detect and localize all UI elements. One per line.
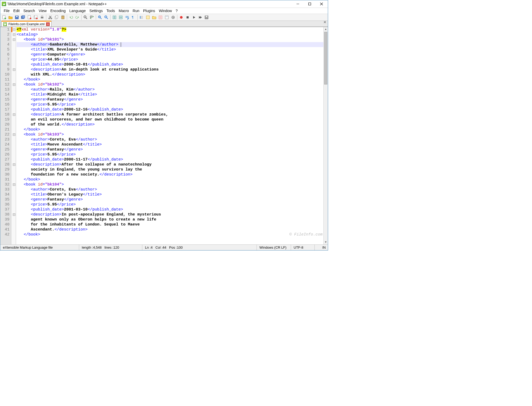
code-line[interactable]: <author>Gambardella, Matthew</author> [17, 42, 323, 47]
toolbar-zoom-in[interactable] [97, 14, 103, 20]
toolbar-close-all[interactable] [33, 14, 39, 20]
code-line[interactable]: <publish_date>2001-03-10</publish_date> [17, 207, 323, 212]
toolbar-record-macro[interactable] [178, 14, 184, 20]
fold-toggle-icon[interactable]: − [13, 213, 15, 216]
toolbar-sync-v[interactable] [112, 14, 117, 20]
menu-search[interactable]: Search [22, 8, 37, 13]
fold-cell[interactable]: − [12, 32, 16, 37]
code-line[interactable]: <author>Corets, Eva</author> [17, 187, 323, 192]
toolbar-paste[interactable] [60, 14, 66, 20]
menu-file[interactable]: File [2, 8, 12, 13]
mdi-close-button[interactable]: × [323, 19, 326, 25]
code-line[interactable]: <description>After the collapse of a nan… [17, 162, 323, 167]
toolbar-save-all[interactable] [20, 14, 26, 20]
code-line[interactable]: <book id="bk101"> [17, 37, 323, 42]
code-line[interactable]: <price>5.95</price> [17, 152, 323, 157]
code-line[interactable]: <?xml version="1.0"?> [17, 27, 323, 32]
menu-encoding[interactable]: Encoding [48, 8, 67, 13]
code-line[interactable]: <title>Oberon's Legacy</title> [17, 192, 323, 197]
code-line[interactable]: </book> [17, 232, 323, 237]
code-line[interactable]: <book id="bk104"> [17, 182, 323, 187]
status-encoding[interactable]: UTF-8 [291, 245, 315, 250]
menu-view[interactable]: View [37, 8, 48, 13]
fold-toggle-icon[interactable]: − [13, 133, 15, 136]
code-line[interactable]: </book> [17, 77, 323, 82]
status-ins-mode[interactable]: IN [315, 245, 328, 250]
code-line[interactable]: an evil sorceress, and her own childhood… [17, 117, 323, 122]
scroll-thumb[interactable] [324, 32, 327, 84]
code-line[interactable]: </book> [17, 177, 323, 182]
toolbar-copy[interactable] [54, 14, 59, 20]
fold-cell[interactable]: − [12, 162, 16, 167]
code-line[interactable]: agent known only as Oberon helps to crea… [17, 217, 323, 222]
code-line[interactable]: <price>5.95</price> [17, 102, 323, 107]
code-line[interactable]: <description>In post-apocalypse England,… [17, 212, 323, 217]
tab-close-button[interactable]: × [46, 22, 50, 26]
code-line[interactable]: <author>Corets, Eva</author> [17, 137, 323, 142]
code-line[interactable]: <publish_date>2000-12-16</publish_date> [17, 107, 323, 112]
toolbar-zoom-out[interactable] [103, 14, 109, 20]
menu-macro[interactable]: Macro [117, 8, 131, 13]
menu-plugins[interactable]: Plugins [141, 8, 157, 13]
code-line[interactable]: <price>44.95</price> [17, 57, 323, 62]
toolbar-sync-h[interactable] [118, 14, 124, 20]
scroll-up-arrow[interactable]: ▲ [324, 27, 328, 32]
toolbar-monitor[interactable] [170, 14, 176, 20]
maximize-button[interactable] [304, 0, 315, 8]
toolbar-save[interactable] [14, 14, 20, 20]
code-line[interactable]: for the inhabitants of London. Sequel to… [17, 222, 323, 227]
code-line[interactable]: foundation for a new society.</descripti… [17, 172, 323, 177]
code-line[interactable]: <price>5.95</price> [17, 202, 323, 207]
fold-cell[interactable]: − [12, 82, 16, 87]
toolbar-stop-macro[interactable] [185, 14, 190, 20]
toolbar-undo[interactable] [68, 14, 74, 20]
toolbar-cut[interactable] [47, 14, 53, 20]
toolbar-save-macro[interactable] [204, 14, 209, 20]
toolbar-word-wrap[interactable] [124, 14, 130, 20]
code-line[interactable]: <book id="bk102"> [17, 82, 323, 87]
toolbar-find[interactable] [83, 14, 88, 20]
tab-active[interactable]: FileInfo.com Example.xml × [1, 21, 52, 27]
toolbar-open-file[interactable] [8, 14, 13, 20]
menu-run[interactable]: Run [131, 8, 141, 13]
toolbar-show-all-chars[interactable]: ¶ [131, 14, 136, 20]
code-line[interactable]: <publish_date>2000-10-01</publish_date> [17, 62, 323, 67]
menu-edit[interactable]: Edit [12, 8, 22, 13]
fold-toggle-icon[interactable]: − [13, 163, 15, 166]
code-line[interactable]: <book id="bk103"> [17, 132, 323, 137]
scroll-down-arrow[interactable]: ▼ [324, 240, 328, 244]
toolbar-play-macro[interactable] [191, 14, 197, 20]
status-eol[interactable]: Windows (CR LF) [257, 245, 291, 250]
toolbar-indent-guide[interactable] [139, 14, 144, 20]
code-line[interactable]: <title>XML Developer's Guide</title> [17, 47, 323, 52]
fold-toggle-icon[interactable]: − [13, 38, 15, 41]
toolbar-doc-map[interactable] [164, 14, 170, 20]
fold-toggle-icon[interactable]: − [13, 183, 15, 186]
code-line[interactable]: <genre>Fantasy</genre> [17, 197, 323, 202]
code-line[interactable]: <genre>Fantasy</genre> [17, 97, 323, 102]
menu-tools[interactable]: Tools [104, 8, 117, 13]
toolbar-folder-doc[interactable] [151, 14, 157, 20]
toolbar-lang-user[interactable] [145, 14, 151, 20]
fold-column[interactable]: −−−−−−−−−− [12, 27, 16, 244]
toolbar-print[interactable] [39, 14, 45, 20]
editor[interactable]: 1234567891011121314151617181920212223242… [0, 27, 328, 244]
toolbar-close[interactable] [27, 14, 32, 20]
close-button[interactable] [315, 0, 327, 8]
menu-language[interactable]: Language [68, 8, 88, 13]
code-line[interactable]: Ascendant.</description> [17, 227, 323, 232]
fold-cell[interactable]: − [12, 212, 16, 217]
fold-cell[interactable]: − [12, 37, 16, 42]
fold-toggle-icon[interactable]: − [13, 113, 15, 116]
fold-cell[interactable]: − [12, 182, 16, 187]
code-line[interactable]: <author>Ralls, Kim</author> [17, 87, 323, 92]
code-line[interactable]: of the world.</description> [17, 122, 323, 127]
toolbar-new-file[interactable] [1, 14, 7, 20]
toolbar-func-list[interactable] [158, 14, 163, 20]
code-line[interactable]: <title>Maeve Ascendant</title> [17, 142, 323, 147]
fold-cell[interactable]: − [12, 67, 16, 72]
menu-help[interactable]: ? [174, 8, 179, 13]
fold-toggle-icon[interactable]: − [13, 68, 15, 71]
code-line[interactable]: <title>Midnight Rain</title> [17, 92, 323, 97]
fold-toggle-icon[interactable]: − [13, 33, 15, 36]
